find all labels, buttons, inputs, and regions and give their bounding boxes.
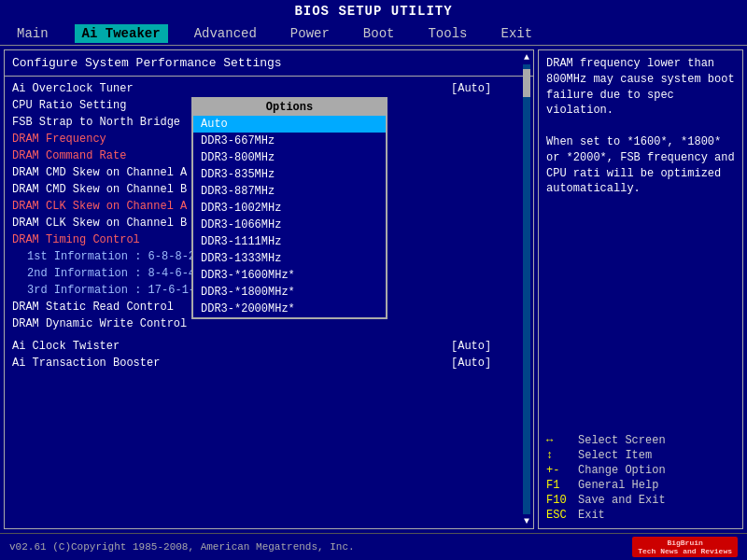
- key-symbol: F1: [546, 479, 572, 492]
- key-row: F10Save and Exit: [546, 493, 735, 508]
- key-desc: Select Item: [578, 449, 652, 462]
- scrollbar[interactable]: ▲ ▼: [522, 50, 531, 528]
- dropdown-item[interactable]: DDR3-1002MHz: [193, 200, 386, 217]
- scroll-thumb[interactable]: [523, 69, 530, 97]
- setting-label: Ai Transaction Booster: [12, 357, 451, 370]
- logo-line2: Tech News and Reviews: [638, 547, 732, 555]
- setting-row: Ai Clock Twister[Auto]: [12, 338, 526, 355]
- bigbruin-logo: BigBruin Tech News and Reviews: [632, 537, 738, 557]
- key-desc: Save and Exit: [578, 494, 666, 507]
- scroll-down-icon[interactable]: ▼: [524, 516, 529, 526]
- dropdown-item[interactable]: Auto: [193, 116, 386, 133]
- key-row: +-Change Option: [546, 463, 735, 478]
- help-panel: DRAM frequency lower than 800MHz may cau…: [538, 49, 743, 529]
- logo-line1: BigBruin: [638, 539, 732, 547]
- dropdown-item[interactable]: DDR3-667MHz: [193, 133, 386, 149]
- scroll-up-icon[interactable]: ▲: [524, 52, 529, 63]
- bios-title: BIOS SETUP UTILITY: [0, 0, 747, 22]
- key-symbol: F10: [546, 494, 572, 507]
- help-text: DRAM frequency lower than 800MHz may cau…: [546, 56, 735, 424]
- key-desc: Select Screen: [578, 434, 666, 447]
- key-desc: General Help: [578, 479, 658, 492]
- nav-item-tools[interactable]: Tools: [420, 24, 474, 43]
- nav-item-advanced[interactable]: Advanced: [187, 24, 264, 43]
- dropdown-item[interactable]: DDR3-1066MHz: [193, 217, 386, 233]
- settings-panel: Configure System Performance Settings Ai…: [4, 49, 534, 529]
- nav-bar: MainAi TweakerAdvancedPowerBootToolsExit: [0, 22, 747, 46]
- nav-item-power[interactable]: Power: [283, 24, 337, 43]
- setting-value: [Auto]: [451, 340, 526, 353]
- key-symbol: ESC: [546, 509, 572, 522]
- nav-item-main[interactable]: Main: [9, 24, 56, 43]
- dropdown-item[interactable]: DDR3-*1600MHz*: [193, 267, 386, 284]
- setting-value: [Auto]: [451, 357, 526, 370]
- key-row: ↕Select Item: [546, 448, 735, 463]
- setting-label: Ai Clock Twister: [12, 340, 451, 353]
- scroll-track[interactable]: [523, 64, 530, 514]
- key-desc: Change Option: [578, 464, 666, 477]
- setting-value: [Auto]: [451, 82, 526, 95]
- key-symbol: ↕: [546, 449, 572, 462]
- key-row: ESCExit: [546, 508, 735, 523]
- nav-item-exit[interactable]: Exit: [493, 24, 540, 43]
- dropdown-item[interactable]: DDR3-1333MHz: [193, 250, 386, 267]
- dropdown-item[interactable]: DDR3-800MHz: [193, 149, 386, 166]
- dropdown-menu[interactable]: Options AutoDDR3-667MHzDDR3-800MHzDDR3-8…: [191, 97, 388, 319]
- nav-item-boot[interactable]: Boot: [356, 24, 402, 43]
- setting-label: Ai Overclock Tuner: [12, 82, 451, 95]
- dropdown-item[interactable]: DDR3-835MHz: [193, 166, 386, 183]
- setting-row: Ai Transaction Booster[Auto]: [12, 355, 526, 371]
- dropdown-title: Options: [193, 99, 386, 116]
- copyright-text: v02.61 (C)Copyright 1985-2008, American …: [9, 541, 355, 553]
- bottom-bar: v02.61 (C)Copyright 1985-2008, American …: [0, 533, 747, 560]
- dropdown-item[interactable]: DDR3-1111MHz: [193, 233, 386, 250]
- nav-item-ai-tweaker[interactable]: Ai Tweaker: [75, 24, 168, 43]
- key-row: ↔Select Screen: [546, 433, 735, 448]
- key-symbol: ↔: [546, 434, 572, 447]
- setting-row: Ai Overclock Tuner[Auto]: [12, 80, 526, 97]
- key-legend: ↔Select Screen↕Select Item+-Change Optio…: [546, 433, 735, 523]
- setting-label: DRAM Dynamic Write Control: [12, 317, 526, 330]
- dropdown-item[interactable]: DDR3-*1800MHz*: [193, 284, 386, 301]
- panel-header: Configure System Performance Settings: [5, 50, 533, 77]
- key-symbol: +-: [546, 464, 572, 477]
- key-row: F1General Help: [546, 478, 735, 493]
- dropdown-item[interactable]: DDR3-*2000MHz*: [193, 301, 386, 317]
- key-desc: Exit: [578, 509, 605, 522]
- dropdown-item[interactable]: DDR3-887MHz: [193, 183, 386, 200]
